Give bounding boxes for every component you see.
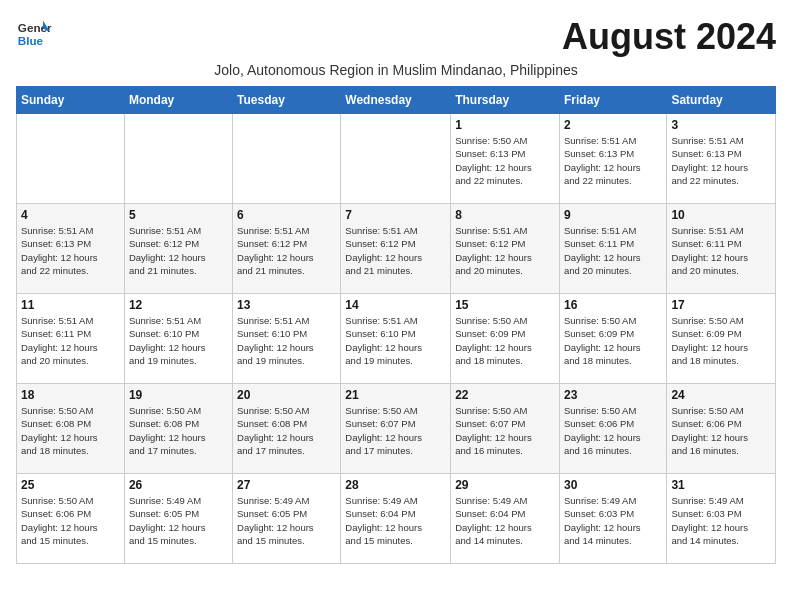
day-info: Sunrise: 5:51 AM Sunset: 6:10 PM Dayligh… <box>345 314 446 367</box>
day-info: Sunrise: 5:51 AM Sunset: 6:10 PM Dayligh… <box>237 314 336 367</box>
calendar-cell: 4Sunrise: 5:51 AM Sunset: 6:13 PM Daylig… <box>17 204 125 294</box>
calendar-week-row: 4Sunrise: 5:51 AM Sunset: 6:13 PM Daylig… <box>17 204 776 294</box>
day-number: 30 <box>564 478 662 492</box>
day-number: 17 <box>671 298 771 312</box>
svg-text:Blue: Blue <box>18 34 44 47</box>
calendar-cell: 31Sunrise: 5:49 AM Sunset: 6:03 PM Dayli… <box>667 474 776 564</box>
day-info: Sunrise: 5:51 AM Sunset: 6:11 PM Dayligh… <box>671 224 771 277</box>
calendar-table: SundayMondayTuesdayWednesdayThursdayFrid… <box>16 86 776 564</box>
day-info: Sunrise: 5:50 AM Sunset: 6:08 PM Dayligh… <box>237 404 336 457</box>
calendar-header-row: SundayMondayTuesdayWednesdayThursdayFrid… <box>17 87 776 114</box>
calendar-cell: 11Sunrise: 5:51 AM Sunset: 6:11 PM Dayli… <box>17 294 125 384</box>
day-number: 26 <box>129 478 228 492</box>
calendar-cell: 6Sunrise: 5:51 AM Sunset: 6:12 PM Daylig… <box>233 204 341 294</box>
day-number: 4 <box>21 208 120 222</box>
day-info: Sunrise: 5:51 AM Sunset: 6:13 PM Dayligh… <box>564 134 662 187</box>
day-of-week-header: Wednesday <box>341 87 451 114</box>
calendar-cell <box>124 114 232 204</box>
day-number: 9 <box>564 208 662 222</box>
calendar-cell: 12Sunrise: 5:51 AM Sunset: 6:10 PM Dayli… <box>124 294 232 384</box>
calendar-cell: 16Sunrise: 5:50 AM Sunset: 6:09 PM Dayli… <box>559 294 666 384</box>
day-number: 24 <box>671 388 771 402</box>
calendar-cell: 1Sunrise: 5:50 AM Sunset: 6:13 PM Daylig… <box>451 114 560 204</box>
calendar-cell: 10Sunrise: 5:51 AM Sunset: 6:11 PM Dayli… <box>667 204 776 294</box>
calendar-cell: 9Sunrise: 5:51 AM Sunset: 6:11 PM Daylig… <box>559 204 666 294</box>
day-info: Sunrise: 5:50 AM Sunset: 6:07 PM Dayligh… <box>455 404 555 457</box>
calendar-body: 1Sunrise: 5:50 AM Sunset: 6:13 PM Daylig… <box>17 114 776 564</box>
day-info: Sunrise: 5:50 AM Sunset: 6:08 PM Dayligh… <box>129 404 228 457</box>
calendar-cell: 20Sunrise: 5:50 AM Sunset: 6:08 PM Dayli… <box>233 384 341 474</box>
calendar-cell: 14Sunrise: 5:51 AM Sunset: 6:10 PM Dayli… <box>341 294 451 384</box>
calendar-cell: 25Sunrise: 5:50 AM Sunset: 6:06 PM Dayli… <box>17 474 125 564</box>
day-info: Sunrise: 5:50 AM Sunset: 6:06 PM Dayligh… <box>564 404 662 457</box>
day-number: 5 <box>129 208 228 222</box>
day-info: Sunrise: 5:49 AM Sunset: 6:03 PM Dayligh… <box>671 494 771 547</box>
calendar-week-row: 11Sunrise: 5:51 AM Sunset: 6:11 PM Dayli… <box>17 294 776 384</box>
logo-icon: General Blue <box>16 16 52 52</box>
day-info: Sunrise: 5:51 AM Sunset: 6:12 PM Dayligh… <box>129 224 228 277</box>
day-number: 8 <box>455 208 555 222</box>
day-of-week-header: Thursday <box>451 87 560 114</box>
calendar-cell: 13Sunrise: 5:51 AM Sunset: 6:10 PM Dayli… <box>233 294 341 384</box>
month-title: August 2024 <box>562 16 776 58</box>
day-info: Sunrise: 5:49 AM Sunset: 6:04 PM Dayligh… <box>455 494 555 547</box>
calendar-cell: 30Sunrise: 5:49 AM Sunset: 6:03 PM Dayli… <box>559 474 666 564</box>
page-header: General Blue August 2024 <box>16 16 776 58</box>
calendar-cell <box>341 114 451 204</box>
day-number: 16 <box>564 298 662 312</box>
calendar-cell: 5Sunrise: 5:51 AM Sunset: 6:12 PM Daylig… <box>124 204 232 294</box>
calendar-week-row: 18Sunrise: 5:50 AM Sunset: 6:08 PM Dayli… <box>17 384 776 474</box>
day-number: 11 <box>21 298 120 312</box>
calendar-cell: 22Sunrise: 5:50 AM Sunset: 6:07 PM Dayli… <box>451 384 560 474</box>
day-number: 3 <box>671 118 771 132</box>
calendar-cell <box>233 114 341 204</box>
day-of-week-header: Tuesday <box>233 87 341 114</box>
calendar-cell <box>17 114 125 204</box>
day-number: 13 <box>237 298 336 312</box>
day-number: 27 <box>237 478 336 492</box>
calendar-week-row: 1Sunrise: 5:50 AM Sunset: 6:13 PM Daylig… <box>17 114 776 204</box>
calendar-cell: 18Sunrise: 5:50 AM Sunset: 6:08 PM Dayli… <box>17 384 125 474</box>
day-of-week-header: Saturday <box>667 87 776 114</box>
calendar-cell: 24Sunrise: 5:50 AM Sunset: 6:06 PM Dayli… <box>667 384 776 474</box>
calendar-cell: 15Sunrise: 5:50 AM Sunset: 6:09 PM Dayli… <box>451 294 560 384</box>
day-number: 19 <box>129 388 228 402</box>
day-info: Sunrise: 5:50 AM Sunset: 6:08 PM Dayligh… <box>21 404 120 457</box>
day-info: Sunrise: 5:51 AM Sunset: 6:13 PM Dayligh… <box>671 134 771 187</box>
day-info: Sunrise: 5:51 AM Sunset: 6:10 PM Dayligh… <box>129 314 228 367</box>
day-info: Sunrise: 5:50 AM Sunset: 6:06 PM Dayligh… <box>21 494 120 547</box>
calendar-cell: 19Sunrise: 5:50 AM Sunset: 6:08 PM Dayli… <box>124 384 232 474</box>
day-number: 28 <box>345 478 446 492</box>
day-info: Sunrise: 5:51 AM Sunset: 6:12 PM Dayligh… <box>455 224 555 277</box>
day-number: 10 <box>671 208 771 222</box>
calendar-cell: 29Sunrise: 5:49 AM Sunset: 6:04 PM Dayli… <box>451 474 560 564</box>
calendar-cell: 3Sunrise: 5:51 AM Sunset: 6:13 PM Daylig… <box>667 114 776 204</box>
day-of-week-header: Friday <box>559 87 666 114</box>
day-info: Sunrise: 5:51 AM Sunset: 6:12 PM Dayligh… <box>345 224 446 277</box>
day-number: 6 <box>237 208 336 222</box>
subtitle: Jolo, Autonomous Region in Muslim Mindan… <box>16 62 776 78</box>
day-info: Sunrise: 5:49 AM Sunset: 6:03 PM Dayligh… <box>564 494 662 547</box>
day-number: 21 <box>345 388 446 402</box>
day-info: Sunrise: 5:51 AM Sunset: 6:11 PM Dayligh… <box>564 224 662 277</box>
calendar-cell: 28Sunrise: 5:49 AM Sunset: 6:04 PM Dayli… <box>341 474 451 564</box>
calendar-cell: 17Sunrise: 5:50 AM Sunset: 6:09 PM Dayli… <box>667 294 776 384</box>
day-number: 2 <box>564 118 662 132</box>
calendar-cell: 27Sunrise: 5:49 AM Sunset: 6:05 PM Dayli… <box>233 474 341 564</box>
calendar-cell: 2Sunrise: 5:51 AM Sunset: 6:13 PM Daylig… <box>559 114 666 204</box>
day-info: Sunrise: 5:49 AM Sunset: 6:05 PM Dayligh… <box>237 494 336 547</box>
calendar-cell: 7Sunrise: 5:51 AM Sunset: 6:12 PM Daylig… <box>341 204 451 294</box>
day-number: 29 <box>455 478 555 492</box>
day-number: 12 <box>129 298 228 312</box>
day-info: Sunrise: 5:50 AM Sunset: 6:06 PM Dayligh… <box>671 404 771 457</box>
calendar-cell: 21Sunrise: 5:50 AM Sunset: 6:07 PM Dayli… <box>341 384 451 474</box>
day-number: 14 <box>345 298 446 312</box>
day-number: 20 <box>237 388 336 402</box>
day-number: 18 <box>21 388 120 402</box>
day-of-week-header: Sunday <box>17 87 125 114</box>
day-number: 23 <box>564 388 662 402</box>
calendar-cell: 26Sunrise: 5:49 AM Sunset: 6:05 PM Dayli… <box>124 474 232 564</box>
day-of-week-header: Monday <box>124 87 232 114</box>
day-info: Sunrise: 5:50 AM Sunset: 6:07 PM Dayligh… <box>345 404 446 457</box>
day-info: Sunrise: 5:49 AM Sunset: 6:04 PM Dayligh… <box>345 494 446 547</box>
